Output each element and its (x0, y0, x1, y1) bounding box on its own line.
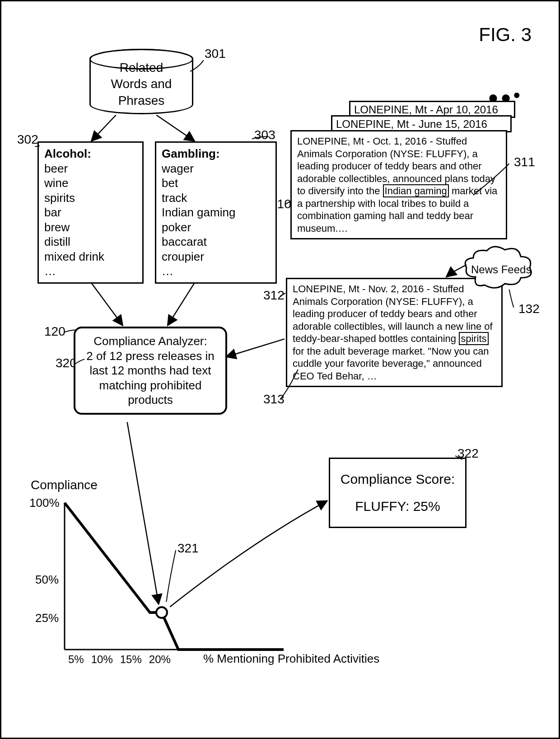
list-item: beer (44, 161, 137, 176)
list-item: bet (162, 176, 270, 191)
list-item: spirits (44, 191, 137, 206)
database-title: Related Words and Phrases (111, 60, 172, 109)
callout-312: 312 (263, 288, 285, 303)
callout-301: 301 (205, 47, 226, 61)
analyzer-title: Compliance Analyzer: (80, 334, 221, 349)
list-item: wager (162, 161, 270, 176)
news-item-3: LONEPINE, Mt - Oct. 1, 2016 - Stuffed An… (290, 130, 507, 239)
list-item: … (162, 264, 270, 279)
list-item: Indian gaming (162, 205, 270, 220)
news4-post: for the adult beverage market. "Now you … (293, 346, 489, 382)
database-cylinder: Related Words and Phrases (89, 49, 193, 114)
list-item: wine (44, 176, 137, 191)
compliance-chart (31, 476, 293, 692)
figure-label: FIG. 3 (479, 24, 532, 46)
compliance-analyzer-box: Compliance Analyzer: 2 of 12 press relea… (74, 327, 227, 415)
callout-302: 302 (17, 132, 38, 147)
callout-311: 311 (514, 155, 535, 169)
news3-highlight: Indian gaming (383, 184, 449, 197)
list-item: bar (44, 205, 137, 220)
cloud-label: News Feeds (471, 263, 531, 276)
gambling-list-box: Gambling: wager bet track Indian gaming … (155, 141, 277, 284)
score-value: FLUFFY: 25% (337, 493, 458, 520)
score-title: Compliance Score: (337, 466, 458, 493)
analyzer-body: 2 of 12 press releases in last 12 months… (80, 349, 221, 407)
list-item: mixed drink (44, 249, 137, 264)
alcohol-title: Alcohol: (44, 147, 91, 160)
compliance-score-box: Compliance Score: FLUFFY: 25% (329, 458, 467, 528)
list-item: track (162, 191, 270, 206)
svg-point-2 (156, 607, 167, 618)
news4-highlight: spirits (459, 332, 488, 345)
callout-132: 132 (518, 302, 540, 316)
diagram-container: FIG. 3 ●●● Related Words and Phrases 301… (0, 0, 560, 739)
list-item: brew (44, 220, 137, 235)
list-item: distill (44, 234, 137, 249)
list-item: … (44, 264, 137, 279)
gambling-title: Gambling: (162, 147, 220, 160)
callout-303: 303 (254, 128, 275, 142)
list-item: baccarat (162, 234, 270, 249)
list-item: croupier (162, 249, 270, 264)
news-item-4: LONEPINE, Mt - Nov. 2, 2016 - Stuffed An… (286, 278, 503, 387)
callout-120: 120 (44, 324, 65, 339)
alcohol-list-box: Alcohol: beer wine spirits bar brew dist… (37, 141, 144, 284)
list-item: poker (162, 220, 270, 235)
callout-313: 313 (263, 392, 285, 407)
